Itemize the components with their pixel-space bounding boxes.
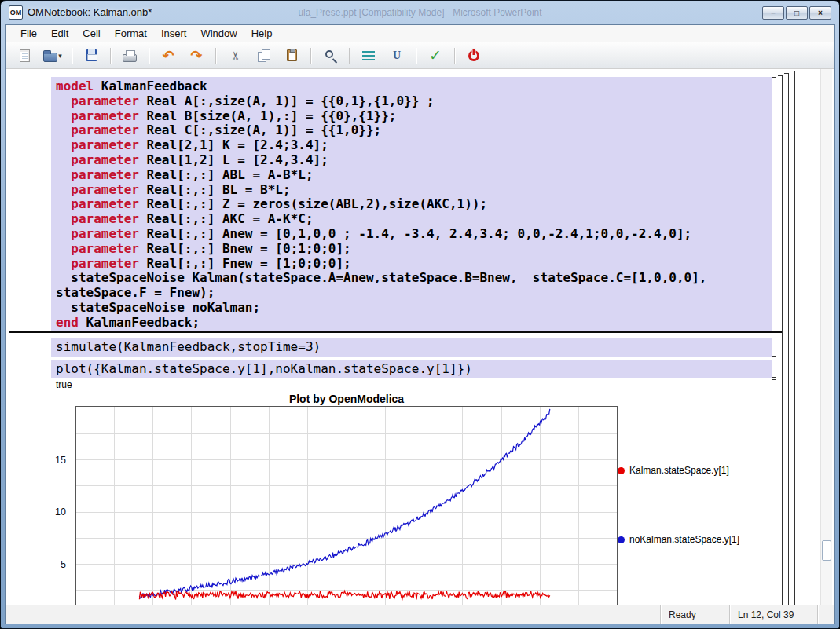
window-controls: – □ × — [762, 6, 831, 20]
toolbar-separator — [346, 46, 353, 65]
plot-canvas: 51015 — [39, 406, 618, 605]
undo-icon: ↶ — [162, 49, 174, 63]
copy-button[interactable] — [251, 46, 276, 66]
group-bracket-inner[interactable] — [778, 75, 783, 605]
series-line — [139, 591, 549, 599]
copy-icon — [258, 49, 270, 61]
code-line: parameter Real[1,2] L = [2.4,3.4]; — [56, 153, 772, 168]
svg-text:5: 5 — [61, 559, 66, 570]
output-cell: true — [56, 379, 72, 390]
code-line: parameter Real[:,:] Fnew = [1;0;0;0]; — [56, 257, 772, 272]
undo-button[interactable]: ↶ — [156, 46, 181, 66]
statusbar-ready: Ready — [660, 605, 729, 624]
code-line: parameter Real B[size(A, 1),:] = {{0},{1… — [56, 109, 772, 124]
search-button[interactable] — [317, 46, 343, 66]
format-icon — [362, 51, 375, 60]
statusbar: Ready Ln 12, Col 39 — [6, 605, 834, 624]
evaluate-button[interactable]: ✓ — [423, 46, 448, 66]
menu-file[interactable]: File — [13, 26, 44, 41]
legend-label: Kalman.stateSpace.y[1] — [629, 465, 729, 476]
open-document-button[interactable]: ▾ — [40, 46, 65, 66]
paste-button[interactable] — [279, 46, 304, 66]
toolbar-separator — [413, 46, 420, 65]
legend-dot-icon — [618, 536, 625, 543]
code-line: parameter Real[:,:] Anew = [0,1,0,0 ; -1… — [56, 227, 772, 242]
cell-bracket-plot[interactable] — [772, 360, 776, 378]
statusbar-resize-grip[interactable] — [817, 605, 834, 624]
plot-title: Plot by OpenModelica — [75, 393, 618, 405]
omnotebook-window: OM OMNotebook: Kalman.onb* ula_Prese.ppt… — [0, 0, 840, 629]
toolbar-separator — [212, 46, 219, 65]
code-line: parameter Real A[:,size(A, 1)] = {{0,1},… — [56, 94, 772, 109]
svg-text:15: 15 — [55, 455, 66, 466]
app-icon: OM — [9, 5, 23, 20]
titlebar[interactable]: OM OMNotebook: Kalman.onb* ula_Prese.ppt… — [1, 1, 839, 24]
new-document-button[interactable] — [12, 46, 37, 66]
vertical-scrollbar[interactable] — [820, 69, 832, 605]
plot-command-cell[interactable]: plot({Kalman.stateSpace.y[1],noKalman.st… — [51, 360, 772, 378]
menu-edit[interactable]: Edit — [44, 26, 75, 41]
open-icon — [43, 53, 57, 62]
code-line: stateSpaceNoise Kalman(stateSpace.A=Anew… — [56, 271, 772, 286]
underline-button[interactable]: U — [384, 46, 409, 66]
group-bracket-middle[interactable] — [784, 73, 789, 605]
cell-bracket-simulate[interactable] — [772, 338, 776, 357]
cell-bracket-output[interactable] — [772, 379, 776, 605]
redo-button[interactable]: ↷ — [184, 46, 209, 66]
format-text-button[interactable] — [356, 46, 381, 66]
notebook-area: model KalmanFeedback parameter Real A[:,… — [6, 69, 834, 605]
menu-insert[interactable]: Insert — [154, 26, 194, 41]
svg-text:10: 10 — [55, 506, 66, 517]
dropdown-arrow-icon[interactable]: ▾ — [58, 52, 62, 60]
scrollbar-thumb[interactable] — [822, 540, 831, 561]
check-icon: ✓ — [429, 48, 442, 63]
print-button[interactable] — [117, 46, 142, 66]
stop-button[interactable] — [461, 46, 486, 66]
code-line: parameter Real[:,:] Z = zeros(size(ABL,2… — [56, 197, 772, 212]
toolbar-separator — [145, 46, 152, 65]
toolbar-separator — [68, 46, 75, 65]
underline-icon: U — [393, 50, 401, 61]
save-icon — [86, 49, 97, 61]
background-window-title: ula_Prese.ppt [Compatibility Mode] - Mic… — [142, 7, 698, 18]
code-line: stateSpace.F = Fnew); — [56, 286, 772, 301]
code-line: model KalmanFeedback — [56, 79, 772, 94]
window-title: OMNotebook: Kalman.onb* — [28, 6, 152, 18]
legend-label: noKalman.stateSpace.y[1] — [629, 534, 739, 545]
simulate-cell[interactable]: simulate(KalmanFeedback,stopTime=3) — [51, 338, 772, 357]
menu-cell[interactable]: Cell — [75, 26, 107, 41]
menu-help[interactable]: Help — [244, 26, 280, 41]
code-line: stateSpaceNoise noKalman; — [56, 301, 772, 316]
power-icon — [468, 50, 479, 61]
paste-icon — [287, 49, 297, 61]
print-icon — [123, 54, 137, 62]
menu-window[interactable]: Window — [193, 26, 244, 41]
menu-format[interactable]: Format — [108, 26, 154, 41]
cell-bracket-model[interactable] — [772, 77, 776, 331]
group-bracket-outer[interactable] — [790, 71, 795, 605]
cut-button[interactable]: ✂ — [222, 46, 248, 66]
legend-item: Kalman.stateSpace.y[1] — [618, 465, 739, 476]
save-button[interactable] — [79, 46, 104, 66]
legend-item: noKalman.stateSpace.y[1] — [618, 534, 739, 545]
code-line: end KalmanFeedback; — [56, 316, 772, 331]
app-body: FileEditCellFormatInsertWindowHelp ▾↶↷✂U… — [5, 24, 835, 624]
code-line: parameter Real C[:,size(A, 1)] = {{1,0}}… — [56, 123, 772, 138]
maximize-button[interactable]: □ — [786, 6, 808, 20]
minimize-button[interactable]: – — [762, 6, 784, 20]
toolbar-separator — [107, 46, 114, 65]
toolbar-separator — [307, 46, 314, 65]
statusbar-cursor-position: Ln 12, Col 39 — [729, 605, 817, 624]
search-icon — [325, 50, 333, 58]
code-line: parameter Real[:,:] BL = B*L; — [56, 183, 772, 198]
model-cell[interactable]: model KalmanFeedback parameter Real A[:,… — [51, 77, 772, 331]
code-line: parameter Real[:,:] AKC = A-K*C; — [56, 212, 772, 227]
close-button[interactable]: × — [809, 6, 831, 20]
toolbar-separator — [451, 46, 458, 65]
status-text: Ready — [669, 609, 696, 620]
redo-icon: ↷ — [190, 49, 202, 63]
cell-cursor[interactable] — [9, 331, 782, 333]
cut-icon: ✂ — [229, 50, 240, 60]
plot-legend: Kalman.stateSpace.y[1]noKalman.stateSpac… — [618, 465, 739, 545]
plot-svg: 51015 — [39, 406, 618, 605]
